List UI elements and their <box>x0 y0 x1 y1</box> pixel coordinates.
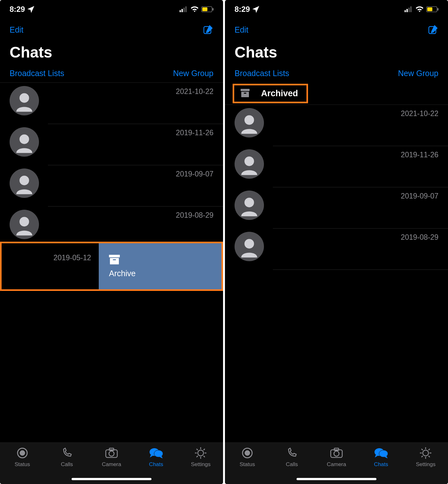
chat-date: 2019-09-07 <box>176 170 213 178</box>
avatar <box>235 149 264 179</box>
svg-point-11 <box>19 217 29 226</box>
svg-point-22 <box>198 450 204 456</box>
home-indicator[interactable] <box>297 478 376 480</box>
svg-rect-2 <box>183 8 185 12</box>
avatar <box>235 108 264 137</box>
svg-line-27 <box>197 449 198 450</box>
tab-settings[interactable]: Settings <box>403 447 448 468</box>
tab-status[interactable]: Status <box>225 447 270 468</box>
chat-row[interactable]: 2021-10-22 <box>225 105 448 146</box>
tab-camera[interactable]: Camera <box>89 447 134 468</box>
tab-status[interactable]: Status <box>0 447 45 468</box>
archive-swipe-action[interactable]: Archive <box>99 243 221 289</box>
svg-point-9 <box>19 134 29 144</box>
edit-button[interactable]: Edit <box>235 25 248 35</box>
broadcast-lists-link[interactable]: Broadcast Lists <box>235 69 289 78</box>
avatar <box>235 232 264 261</box>
svg-point-45 <box>244 239 254 248</box>
svg-rect-50 <box>334 448 339 450</box>
tab-label: Chats <box>374 461 388 468</box>
svg-rect-40 <box>241 92 249 97</box>
compose-icon[interactable] <box>203 24 213 35</box>
svg-line-59 <box>429 456 430 457</box>
chat-row[interactable]: 2019-08-29 <box>0 207 223 242</box>
chat-date: 2019-05-12 <box>53 254 91 262</box>
svg-point-21 <box>154 450 163 457</box>
svg-rect-19 <box>109 448 114 450</box>
location-icon <box>27 6 35 13</box>
sub-links: Broadcast Lists New Group <box>0 64 223 82</box>
svg-point-44 <box>244 198 254 207</box>
svg-line-29 <box>204 449 205 450</box>
svg-point-10 <box>19 176 29 185</box>
tab-chats[interactable]: Chats <box>359 447 404 468</box>
svg-point-49 <box>334 451 339 456</box>
svg-rect-39 <box>241 89 250 91</box>
battery-icon <box>426 6 438 12</box>
cellular-signal-icon <box>405 6 413 12</box>
tab-label: Status <box>15 461 30 468</box>
tab-camera[interactable]: Camera <box>314 447 359 468</box>
chat-row[interactable]: 2021-10-22 <box>0 83 223 124</box>
svg-rect-36 <box>427 7 432 11</box>
home-indicator[interactable] <box>72 478 151 480</box>
chat-row[interactable]: 2019-09-07 <box>0 165 223 206</box>
broadcast-lists-link[interactable]: Broadcast Lists <box>10 69 64 78</box>
nav-header: Edit <box>225 19 448 38</box>
svg-point-52 <box>379 450 388 457</box>
tab-label: Chats <box>149 461 163 468</box>
svg-point-53 <box>423 450 429 456</box>
svg-point-42 <box>244 115 254 125</box>
avatar <box>10 168 39 198</box>
svg-line-30 <box>197 456 198 457</box>
new-group-link[interactable]: New Group <box>173 69 213 78</box>
edit-button[interactable]: Edit <box>10 25 23 35</box>
tab-label: Calls <box>61 461 73 468</box>
svg-rect-37 <box>437 8 438 11</box>
chat-row[interactable]: 2019-08-29 <box>225 229 448 269</box>
chat-list[interactable]: 2021-10-22 2019-11-26 2019-09-07 <box>0 83 223 442</box>
avatar <box>235 191 264 220</box>
chat-list[interactable]: 2021-10-22 2019-11-26 2019-09-07 <box>225 105 448 442</box>
phone-left: 8:29 Edit Cha <box>0 0 223 484</box>
svg-line-58 <box>421 449 423 450</box>
chat-row[interactable]: 2019-09-07 <box>225 187 448 228</box>
svg-rect-41 <box>244 93 246 94</box>
sub-links: Broadcast Lists New Group <box>225 64 448 82</box>
tab-label: Settings <box>416 461 435 468</box>
chat-date: 2021-10-22 <box>176 87 213 96</box>
new-group-link[interactable]: New Group <box>398 69 438 78</box>
tab-label: Settings <box>191 461 210 468</box>
avatar <box>10 127 39 157</box>
svg-rect-1 <box>182 9 183 12</box>
chat-date: 2021-10-22 <box>401 109 438 118</box>
chat-date: 2019-08-29 <box>401 233 438 242</box>
svg-point-16 <box>20 451 25 455</box>
svg-line-61 <box>421 456 423 457</box>
battery-icon <box>201 6 213 12</box>
svg-rect-31 <box>405 10 406 12</box>
chat-row[interactable]: 2019-11-26 <box>0 124 223 165</box>
tab-settings[interactable]: Settings <box>178 447 223 468</box>
tab-calls[interactable]: Calls <box>270 447 314 468</box>
chat-date: 2019-11-26 <box>176 129 213 137</box>
swiped-chat-cell[interactable]: 2019-05-12 <box>2 243 99 289</box>
cellular-signal-icon <box>180 6 188 12</box>
status-bar: 8:29 <box>225 0 448 19</box>
svg-line-60 <box>429 449 430 450</box>
chat-date: 2019-11-26 <box>401 151 438 159</box>
compose-icon[interactable] <box>428 24 438 35</box>
tab-calls[interactable]: Calls <box>45 447 89 468</box>
svg-rect-3 <box>185 6 187 12</box>
archived-label: Archived <box>261 89 298 98</box>
page-title: Chats <box>225 38 448 64</box>
chat-row[interactable]: 2019-11-26 <box>225 146 448 187</box>
svg-point-43 <box>244 156 254 166</box>
avatar <box>10 210 39 239</box>
tab-chats[interactable]: Chats <box>134 447 179 468</box>
archive-box-icon <box>241 89 250 98</box>
archived-row-highlight[interactable]: Archived <box>233 84 308 103</box>
page-title: Chats <box>0 38 223 64</box>
svg-rect-12 <box>109 255 120 257</box>
chat-date: 2019-08-29 <box>176 211 213 220</box>
